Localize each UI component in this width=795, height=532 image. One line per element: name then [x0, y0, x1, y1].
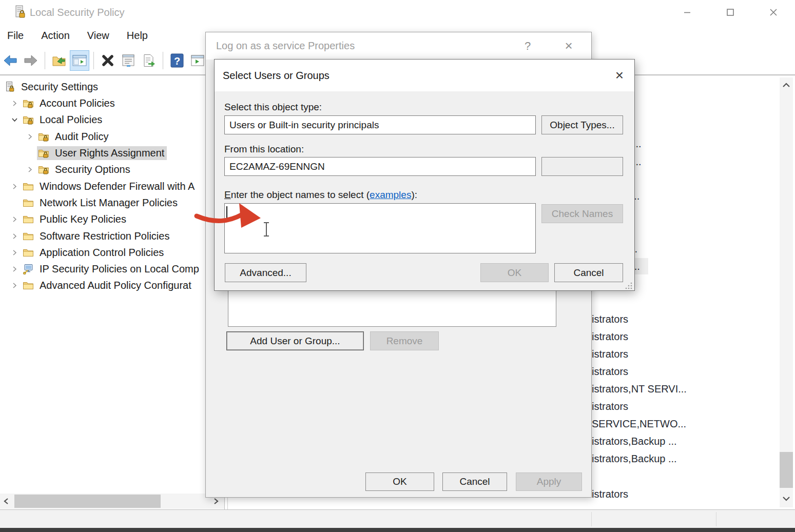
help-icon: ?: [170, 53, 184, 68]
help-button[interactable]: ?: [167, 50, 187, 71]
local-security-policy-window: Local Security Policy File Action View H…: [0, 0, 795, 532]
chevron-right-icon[interactable]: [23, 166, 37, 173]
menu-item-file[interactable]: File: [7, 30, 24, 42]
svg-text:?: ?: [174, 55, 180, 67]
list-item[interactable]: istrators: [592, 486, 628, 502]
menu-item-view[interactable]: View: [87, 30, 109, 42]
tree-item-security-settings[interactable]: Security Settings: [0, 78, 227, 95]
chevron-right-icon[interactable]: [7, 282, 22, 289]
scroll-left-icon[interactable]: [0, 494, 12, 509]
tree-item-network-list-manager[interactable]: Network List Manager Policies: [0, 194, 231, 211]
object-names-input[interactable]: [224, 203, 536, 253]
properties-ok-button[interactable]: OK: [365, 472, 434, 491]
chevron-down-icon[interactable]: [7, 116, 22, 123]
add-user-or-group-button[interactable]: Add User or Group...: [226, 331, 364, 350]
select-cancel-button[interactable]: Cancel: [554, 263, 623, 282]
select-ok-button[interactable]: OK: [480, 263, 549, 282]
export-list-button[interactable]: [139, 50, 159, 71]
chevron-right-icon[interactable]: [7, 233, 22, 240]
select-users-or-groups-dialog: Select Users or Groups × Select this obj…: [214, 59, 635, 291]
list-item[interactable]: istrators: [592, 363, 628, 380]
tree-item-local-policies[interactable]: Local Policies: [0, 111, 231, 128]
remove-button[interactable]: Remove: [370, 331, 439, 350]
window-title: Local Security Policy: [30, 7, 125, 18]
menu-item-help[interactable]: Help: [127, 30, 148, 42]
horizontal-scroll-thumb[interactable]: [14, 495, 161, 508]
computer-key-icon: [22, 263, 35, 274]
list-item[interactable]: istrators,Backup ...: [592, 450, 677, 467]
list-item[interactable]: SERVICE,NETWO...: [592, 416, 686, 432]
delete-button[interactable]: [98, 50, 118, 71]
new-window-icon: [190, 54, 205, 67]
list-item[interactable]: istrators: [592, 328, 628, 345]
menu-item-action[interactable]: Action: [41, 30, 70, 42]
object-type-field[interactable]: [224, 115, 536, 134]
console-window-button[interactable]: [70, 50, 89, 71]
maximize-icon: [726, 8, 735, 17]
tree-horizontal-scrollbar[interactable]: [0, 494, 224, 509]
console-tree-panel: Security Settings Account Policies Local…: [0, 75, 225, 510]
folder-lock-icon: [37, 164, 50, 175]
tree-item-application-control[interactable]: Application Control Policies: [0, 244, 231, 261]
new-window-button[interactable]: [188, 50, 207, 71]
resize-grip[interactable]: [625, 281, 633, 289]
minimize-button[interactable]: [666, 0, 709, 25]
toolbar-separator: [93, 52, 94, 69]
folder-icon: [22, 181, 35, 192]
list-item[interactable]: istrators,Backup ...: [592, 433, 677, 449]
chevron-right-icon[interactable]: [7, 216, 22, 223]
forward-arrow-icon: [23, 54, 38, 67]
location-field[interactable]: [224, 157, 536, 176]
close-button[interactable]: [752, 0, 795, 25]
export-list-icon: [142, 53, 156, 68]
advanced-button[interactable]: Advanced...: [225, 263, 306, 282]
list-item[interactable]: istrators: [592, 398, 628, 415]
properties-cancel-button[interactable]: Cancel: [442, 472, 507, 491]
object-names-label-text: Enter the object names to select (: [224, 189, 370, 201]
vertical-scroll-thumb[interactable]: [780, 452, 793, 488]
chevron-right-icon[interactable]: [7, 249, 22, 256]
object-names-label: Enter the object names to select (exampl…: [224, 189, 417, 201]
tree-item-public-key-policies[interactable]: Public Key Policies: [0, 211, 231, 227]
toolbar-separator: [45, 52, 45, 69]
object-types-button[interactable]: Object Types...: [541, 115, 623, 134]
close-icon[interactable]: ×: [610, 66, 629, 85]
help-icon[interactable]: ?: [519, 32, 536, 60]
back-button[interactable]: [1, 50, 20, 71]
object-names-label-suffix: ):: [411, 189, 417, 200]
apply-button[interactable]: Apply: [516, 472, 582, 491]
tree-item-account-policies[interactable]: Account Policies: [0, 95, 231, 111]
locations-button[interactable]: [541, 157, 623, 176]
list-item[interactable]: istrators: [592, 346, 628, 362]
forward-button[interactable]: [21, 50, 41, 71]
app-icon: [14, 5, 27, 19]
check-names-button[interactable]: Check Names: [541, 204, 623, 223]
maximize-button[interactable]: [709, 0, 752, 25]
list-item[interactable]: istrators: [592, 311, 628, 327]
chevron-right-icon[interactable]: [7, 183, 22, 190]
chevron-right-icon[interactable]: [7, 266, 22, 272]
folder-lock-icon: [37, 131, 50, 142]
chevron-right-icon[interactable]: [7, 100, 22, 107]
scroll-up-icon[interactable]: [780, 78, 793, 92]
chevron-right-icon[interactable]: [23, 133, 37, 140]
properties-button[interactable]: [119, 50, 138, 71]
security-settings-icon: [3, 81, 16, 92]
tree-item-advanced-audit-policy[interactable]: Advanced Audit Policy Configurat: [0, 277, 231, 293]
assigned-users-listbox[interactable]: [228, 289, 556, 327]
status-separator: [716, 512, 716, 526]
close-icon[interactable]: ×: [560, 32, 577, 60]
tree-item-software-restriction[interactable]: Software Restriction Policies: [0, 228, 231, 244]
back-arrow-icon: [3, 54, 18, 67]
tree-item-ip-security-policies[interactable]: IP Security Policies on Local Comp: [0, 261, 231, 277]
show-console-tree-button[interactable]: [49, 50, 69, 71]
list-item[interactable]: istrators,NT SERVI...: [592, 381, 687, 397]
list-vertical-scrollbar[interactable]: [780, 77, 793, 507]
folder-icon: [22, 213, 35, 225]
tree-item-windows-defender-firewall[interactable]: Windows Defender Firewall with A: [0, 178, 231, 194]
folder-action-icon: [52, 54, 66, 67]
folder-lock-icon: [37, 147, 50, 159]
examples-link[interactable]: examples: [370, 189, 411, 200]
scroll-down-icon[interactable]: [780, 492, 793, 505]
select-dialog-title: Select Users or Groups: [223, 70, 329, 82]
